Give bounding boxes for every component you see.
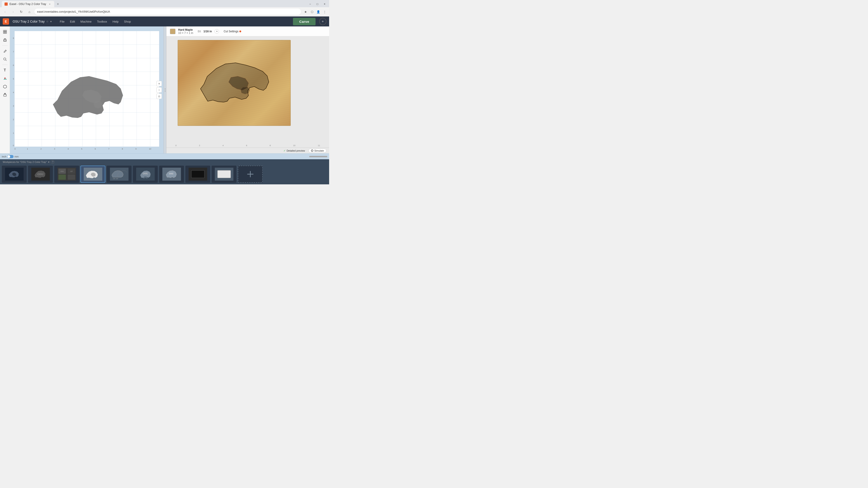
divider-dot — [165, 90, 165, 90]
workpiece-item-2[interactable]: OSU — [28, 166, 53, 183]
tool-separator-1 — [2, 45, 8, 46]
pen-tool-button[interactable] — [1, 47, 8, 55]
workpiece-item-7[interactable]: OSU — [159, 166, 184, 183]
workpiece-add-button[interactable] — [238, 166, 263, 183]
extensions-icon[interactable]: ⬡ — [309, 9, 315, 14]
workpiece-item-3[interactable]: OSU JSP — [54, 166, 79, 183]
material-swatch[interactable] — [170, 29, 176, 34]
preview-bottom-bar: ✓ Detailed preview Simulate — [166, 148, 329, 153]
workpiece-item-8[interactable] — [185, 166, 210, 183]
window-controls: − □ × — [307, 1, 327, 7]
check-icon: ✓ — [283, 149, 286, 152]
zoom-tool-button[interactable] — [1, 56, 8, 63]
svg-text:OSU: OSU — [143, 172, 148, 175]
minimize-button[interactable]: − — [307, 1, 313, 7]
svg-point-9 — [4, 77, 6, 79]
address-input[interactable] — [34, 8, 301, 15]
zoom-out-button[interactable]: − — [156, 87, 162, 93]
text-tool-button[interactable]: T — [1, 67, 8, 74]
app-header: E OSU Tray 2 Color Tray ☆ ▼ File Edit Ma… — [0, 17, 329, 26]
bit-label: Bit — [198, 30, 201, 33]
nav-file[interactable]: File — [58, 19, 67, 24]
forward-button[interactable]: › — [10, 8, 16, 15]
wood-preview — [178, 40, 291, 126]
zoom-in-button[interactable]: + — [156, 81, 162, 86]
import-tool-button[interactable] — [1, 91, 8, 98]
tab-close-button[interactable]: × — [48, 2, 52, 6]
svg-line-8 — [6, 60, 6, 61]
bookmark-icon[interactable]: ★ — [303, 9, 308, 14]
simulate-button[interactable]: Simulate — [309, 149, 327, 153]
nav-machine[interactable]: Machine — [78, 19, 94, 24]
maximize-button[interactable]: □ — [315, 1, 320, 7]
active-tab[interactable]: Easel - OSU Tray 2 Color Tray × — [2, 1, 54, 7]
account-icon[interactable]: 👤 — [315, 9, 321, 14]
select-tool-button[interactable] — [1, 28, 8, 35]
svg-rect-11 — [4, 94, 6, 96]
svg-point-4 — [4, 39, 6, 41]
project-title: OSU Tray 2 Color Tray — [13, 20, 45, 23]
bit-info: Bit 1/16 in — [198, 30, 212, 33]
cut-settings-button[interactable]: Cut Settings — [223, 30, 241, 33]
detailed-preview-button[interactable]: ✓ Detailed preview — [283, 149, 305, 152]
cut-settings-dot — [239, 31, 241, 32]
new-tab-button[interactable]: + — [55, 1, 61, 7]
preview-top-bar: Hard Maple 10 × 7 × 1 in Bit 1/16 in + C… — [166, 26, 329, 36]
toggle-knob — [7, 155, 10, 158]
title-chevron-icon[interactable]: ▼ — [50, 20, 52, 23]
image-tool-button[interactable] — [1, 75, 8, 82]
nav-help[interactable]: Help — [110, 19, 121, 24]
3d-tool-button[interactable] — [1, 83, 8, 90]
workpieces-help[interactable]: ? — [51, 160, 55, 164]
canvas-grid[interactable]: 0 1 2 3 4 5 6 7 8 9 10 0 1 2 3 — [14, 31, 159, 147]
workpieces-chevron[interactable]: ▾ — [48, 161, 50, 164]
more-icon[interactable]: ⋮ — [322, 9, 327, 14]
svg-rect-34 — [217, 170, 230, 178]
zoom-reset-button[interactable]: ⊡ — [156, 94, 162, 99]
svg-point-7 — [4, 58, 6, 60]
tab-bar: Easel - OSU Tray 2 Color Tray × + − □ × — [0, 0, 329, 7]
unit-inch-label: inch — [2, 155, 6, 158]
svg-rect-2 — [3, 32, 5, 33]
svg-rect-1 — [5, 30, 6, 32]
home-button[interactable]: ⌂ — [26, 8, 33, 15]
app-nav: File Edit Machine Toolbox Help Shop — [58, 19, 133, 24]
svg-text:JSP: JSP — [70, 170, 73, 172]
divider-dots — [165, 88, 165, 92]
panel-divider[interactable] — [164, 26, 166, 153]
back-button[interactable]: ‹ — [2, 8, 8, 15]
detailed-preview-label: Detailed preview — [287, 149, 305, 152]
divider-dot — [165, 88, 165, 89]
close-button[interactable]: × — [322, 1, 327, 7]
workpiece-item-9[interactable] — [212, 166, 237, 183]
browser-chrome: Easel - OSU Tray 2 Color Tray × + − □ × … — [0, 0, 329, 17]
canvas-area[interactable]: 1. POCKET 0 1 2 3 4 5 6 7 8 9 10 — [10, 26, 164, 153]
shape-tool-button[interactable] — [1, 36, 8, 43]
bit-add-button[interactable]: + — [215, 29, 219, 34]
tab-title: Easel - OSU Tray 2 Color Tray — [9, 2, 46, 6]
bit-value: 1/16 in — [204, 30, 212, 33]
nav-shop[interactable]: Shop — [122, 19, 133, 24]
workpiece-item-5[interactable]: ASP JSP — [107, 166, 131, 183]
unit-toggle-switch[interactable] — [7, 155, 13, 158]
carve-button[interactable]: Carve — [293, 18, 315, 25]
svg-marker-10 — [3, 85, 6, 88]
workpiece-item-1[interactable] — [2, 166, 27, 183]
address-bar: ‹ › ↻ ⌂ ★ ⬡ 👤 ⋮ — [0, 7, 329, 16]
nav-toolbox[interactable]: Toolbox — [95, 19, 110, 24]
favorite-star[interactable]: ☆ — [46, 20, 49, 23]
refresh-button[interactable]: ↻ — [18, 8, 24, 15]
workpiece-item-4[interactable] — [81, 166, 105, 183]
nav-edit[interactable]: Edit — [68, 19, 77, 24]
horizontal-scroll[interactable] — [309, 156, 327, 157]
svg-rect-3 — [5, 32, 6, 33]
svg-rect-20 — [68, 175, 75, 180]
app-logo: E — [3, 18, 9, 25]
unit-toggle[interactable]: inch mm — [2, 155, 19, 158]
material-info: Hard Maple 10 × 7 × 1 in — [178, 28, 193, 35]
svg-text:OSU: OSU — [60, 170, 64, 172]
svg-text:OSU: OSU — [169, 172, 174, 175]
workpiece-item-6[interactable]: OSU — [133, 166, 158, 183]
workpieces-items: OSU OSU JSP — [0, 165, 329, 184]
header-action-button[interactable]: + — [319, 18, 327, 25]
